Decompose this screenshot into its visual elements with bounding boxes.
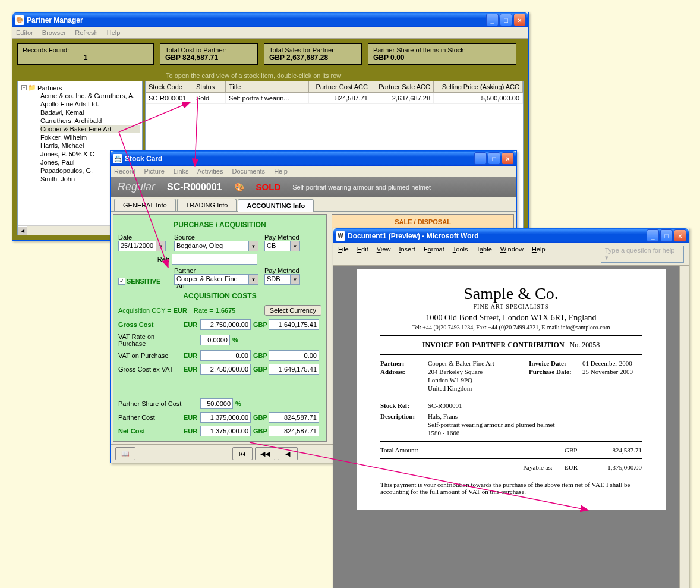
partner-input[interactable]: Cooper & Baker Fine Art▼ [174, 274, 258, 285]
nav-prev-button[interactable]: ◀ [278, 447, 298, 460]
vat-rate-input[interactable] [200, 335, 230, 345]
minimize-button[interactable]: _ [647, 229, 659, 242]
menu-insert[interactable]: Insert [399, 246, 415, 263]
pcost-gbp-input[interactable] [269, 412, 319, 423]
word-icon: W [336, 231, 345, 241]
scroll-left-icon[interactable]: ◀ [18, 226, 27, 235]
tree-root-label[interactable]: Partners [37, 84, 62, 92]
ref-input[interactable] [172, 254, 257, 265]
sc-titlebar[interactable]: 📇 Stock Card _ □ × [111, 151, 516, 166]
menu-documents[interactable]: Documents [232, 168, 265, 175]
close-button[interactable]: × [513, 14, 526, 26]
col-selling-price[interactable]: Selling Price (Asking) ACC [434, 81, 523, 92]
tree-item[interactable]: Apollo Fine Arts Ltd. [40, 100, 140, 108]
menu-file[interactable]: File [338, 246, 349, 263]
gross-ex-eur-input[interactable] [200, 364, 251, 375]
vat-on-eur-input[interactable] [200, 350, 251, 361]
ref-label: Ref: [118, 256, 169, 263]
col-partner-sale[interactable]: Partner Sale ACC [371, 81, 434, 92]
menu-edit[interactable]: Edit [357, 246, 368, 263]
maximize-button[interactable]: □ [500, 14, 512, 26]
eur-label: EUR [184, 321, 200, 328]
menu-table[interactable]: Table [476, 246, 491, 263]
sensitive-checkbox[interactable]: ✓ [118, 278, 125, 285]
pshare-input[interactable] [200, 398, 233, 409]
menu-browser[interactable]: Browser [42, 29, 66, 36]
col-partner-cost[interactable]: Partner Cost ACC [309, 81, 371, 92]
date-input[interactable]: 25/11/2000▼ [118, 241, 166, 251]
chevron-down-icon[interactable]: ▼ [291, 274, 300, 285]
chevron-down-icon[interactable]: ▼ [291, 241, 300, 251]
tree-item[interactable]: Cooper & Baker Fine Art [40, 125, 140, 133]
gross-cost-eur-input[interactable] [200, 319, 251, 330]
col-title[interactable]: Title [226, 81, 309, 92]
tree-item[interactable]: Fokker, Wilhelm [40, 133, 140, 142]
net-gbp-input[interactable] [269, 426, 319, 436]
paymethod1-input[interactable]: CB▼ [264, 241, 300, 251]
menu-picture[interactable]: Picture [144, 168, 165, 175]
word-titlebar[interactable]: W Document1 (Preview) - Microsoft Word _… [333, 228, 689, 243]
ask-question-input[interactable]: Type a question for help ▾ [601, 246, 684, 263]
eur-label: EUR [184, 414, 200, 421]
menu-help[interactable]: Help [107, 29, 121, 36]
menu-help[interactable]: Help [274, 168, 288, 175]
tab-trading[interactable]: TRADING Info [177, 199, 237, 211]
gbp-label: GBP [251, 427, 269, 435]
helper-text: To open the card view of a stock item, d… [166, 68, 341, 81]
grid-row[interactable]: SC-R000001 Sold Self-portrait wearin... … [146, 93, 523, 104]
tab-general[interactable]: GENERAL Info [114, 199, 176, 211]
minimize-button[interactable]: _ [486, 14, 499, 26]
source-input[interactable]: Bogdanov, Oleg▼ [174, 241, 258, 251]
tree-item[interactable]: Badawi, Kemal [40, 108, 140, 117]
chevron-down-icon[interactable]: ▼ [156, 241, 166, 251]
menu-links[interactable]: Links [174, 168, 189, 175]
chevron-down-icon[interactable]: ▼ [249, 274, 258, 285]
share-value: GBP 0.00 [373, 54, 511, 62]
close-button[interactable]: × [502, 152, 514, 165]
close-button[interactable]: × [674, 229, 686, 242]
tree-item[interactable]: Harris, Michael [40, 142, 140, 150]
pcost-eur-input[interactable] [200, 412, 251, 423]
menu-view[interactable]: View [377, 246, 391, 263]
sc-tabs: GENERAL Info TRADING Info ACCOUNTING Inf… [111, 197, 516, 212]
cell-selling-price: 5,500,000.00 [434, 93, 523, 103]
vat-on-gbp-input[interactable] [269, 350, 319, 361]
menu-format[interactable]: Format [424, 246, 444, 263]
pm-titlebar[interactable]: 🎨 Partner Manager _ □ × [12, 12, 528, 27]
gross-ex-gbp-input[interactable] [269, 364, 319, 375]
book-icon[interactable]: 📖 [115, 447, 135, 460]
menu-window[interactable]: Window [500, 246, 524, 263]
minimize-button[interactable]: _ [474, 152, 487, 165]
col-status[interactable]: Status [193, 81, 226, 92]
desc-line3: 1580 - 1666 [428, 429, 642, 436]
word-document-area[interactable]: Sample & Co. FINE ART SPECIALISTS 1000 O… [333, 266, 689, 588]
menu-help[interactable]: Help [532, 246, 546, 263]
paymethod2-input[interactable]: SDB▼ [264, 274, 300, 285]
menu-tools[interactable]: Tools [453, 246, 468, 263]
stockref-value: SC-R000001 [428, 402, 529, 409]
nav-first-button[interactable]: ⏮ [232, 447, 253, 460]
nav-prevpage-button[interactable]: ◀◀ [255, 447, 275, 460]
partner-label: Partner: [380, 360, 428, 367]
net-eur-input[interactable] [200, 426, 251, 436]
menu-refresh[interactable]: Refresh [75, 29, 98, 36]
gross-ex-label: Gross Cost ex VAT [118, 366, 184, 373]
menu-record[interactable]: Record [114, 168, 135, 175]
tree-item[interactable]: Carruthers, Archibald [40, 117, 140, 125]
menu-activities[interactable]: Activities [197, 168, 223, 175]
maximize-button[interactable]: □ [488, 152, 500, 165]
cell-partner-sale: 2,637,687.28 [371, 93, 434, 103]
tree-collapse-icon[interactable]: - [21, 85, 27, 90]
gbp-label: GBP [251, 321, 269, 328]
maximize-button[interactable]: □ [660, 229, 673, 242]
menu-editor[interactable]: Editor [16, 29, 33, 36]
tab-accounting[interactable]: ACCOUNTING Info [238, 199, 314, 212]
tree-item[interactable]: Acme & co. Inc. & Carruthers, A. [40, 92, 140, 100]
select-currency-button[interactable]: Select Currency [264, 305, 321, 316]
vertical-scrollbar[interactable] [679, 266, 689, 588]
chevron-down-icon[interactable]: ▼ [249, 241, 258, 251]
eur-label: EUR [184, 427, 200, 435]
address-line1: 204 Berkeley Square [428, 368, 529, 375]
gross-cost-gbp-input[interactable] [269, 319, 319, 330]
col-stock-code[interactable]: Stock Code [146, 81, 193, 92]
